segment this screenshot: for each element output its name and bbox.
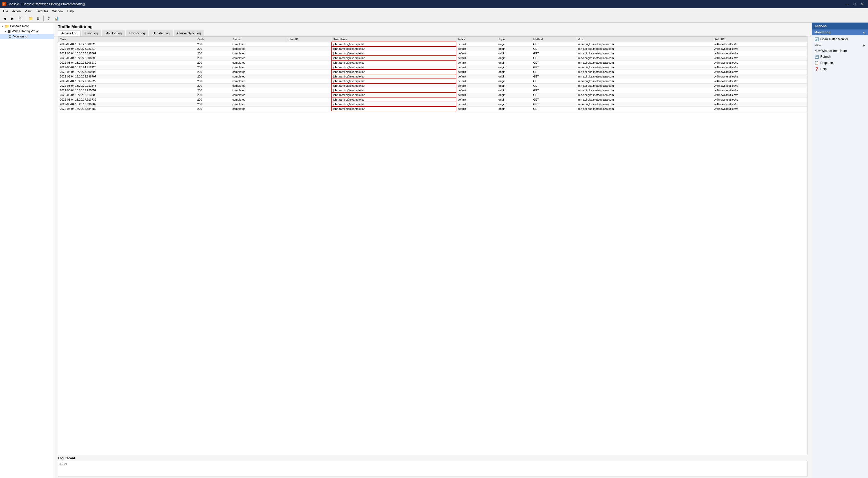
table-row[interactable]: 2022-03-04 13:20:24.912126200completedjo… <box>59 65 807 69</box>
action-label: New Window from Here <box>814 49 847 53</box>
forward-button[interactable]: ▶ <box>9 15 16 22</box>
cell-status: completed <box>231 88 287 93</box>
actions-header: Actions <box>812 23 868 30</box>
cell-url: /v4/nowcast/tiles/ra <box>713 47 807 51</box>
sidebar-item-label: Monitoring <box>13 35 27 38</box>
back-button[interactable]: ◀ <box>1 15 8 22</box>
col-code[interactable]: Code <box>196 37 231 42</box>
action-help[interactable]: ❓ Help <box>812 66 868 72</box>
cell-userip <box>287 56 331 60</box>
table-row[interactable]: 2022-03-04 13:20:27.895587200completedjo… <box>59 51 807 56</box>
cell-url: /v4/nowcast/tiles/ra <box>713 93 807 97</box>
cell-code: 200 <box>196 93 231 97</box>
cell-style: origin <box>497 107 532 111</box>
menu-action[interactable]: Action <box>10 9 23 13</box>
maximize-button[interactable]: □ <box>851 1 858 7</box>
col-style[interactable]: Style <box>497 37 532 42</box>
expand-icon: ▼ <box>1 25 4 28</box>
menu-favorites[interactable]: Favorites <box>34 9 50 13</box>
action-new-window[interactable]: New Window from Here <box>812 48 868 54</box>
cell-host: imn-api-gke.meteoplaza.com <box>576 83 713 88</box>
table-row[interactable]: 2022-03-04 13:20:23.900398200completedjo… <box>59 69 807 74</box>
cell-policy: default <box>456 74 497 79</box>
table-row[interactable]: 2022-03-04 13:20:25.908239200completedjo… <box>59 60 807 65</box>
table-row[interactable]: 2022-03-04 13:20:28.923414200completedjo… <box>59 47 807 51</box>
tab-updater-log[interactable]: Updater Log <box>149 30 173 36</box>
sidebar-item-monitoring[interactable]: ⏱ Monitoring <box>0 34 54 39</box>
tab-access-log[interactable]: Access Log <box>58 30 81 36</box>
sidebar-item-web-filtering-proxy[interactable]: ▼ ⊞ Web Filtering Proxy <box>0 29 54 34</box>
cell-url: /v4/nowcast/tiles/ra <box>713 56 807 60</box>
col-host[interactable]: Host <box>576 37 713 42</box>
help-button[interactable]: ? <box>45 15 52 22</box>
stop-button[interactable]: ✕ <box>17 15 24 22</box>
folder-button[interactable]: 📁 <box>27 15 34 22</box>
action-refresh[interactable]: 🔄 Refresh <box>812 54 868 60</box>
cell-userip <box>287 93 331 97</box>
cell-username: john.rambo@example.lan <box>331 65 456 69</box>
sidebar-item-label: Web Filtering Proxy <box>12 30 38 33</box>
cell-method: GET <box>532 83 576 88</box>
col-userip[interactable]: User IP <box>287 37 331 42</box>
menu-view[interactable]: View <box>23 9 34 13</box>
table-row[interactable]: 2022-03-04 13:20:20.911548200completedjo… <box>59 83 807 88</box>
table-row[interactable]: 2022-03-04 13:20:16.890262200completedjo… <box>59 102 807 107</box>
tab-cluster-sync-log[interactable]: Cluster Sync Log <box>174 30 204 36</box>
table-row[interactable]: 2022-03-04 13:20:26.908399200completedjo… <box>59 56 807 60</box>
console-button[interactable]: 🖥 <box>35 15 42 22</box>
cell-username: john.rambo@example.lan <box>331 79 456 83</box>
table-row[interactable]: 2022-03-04 13:20:19.925057200completedjo… <box>59 88 807 93</box>
actions-panel: Actions Monitoring ▲ 🔄 Open Traffic Moni… <box>812 23 868 478</box>
col-status[interactable]: Status <box>231 37 287 42</box>
cell-username: john.rambo@example.lan <box>331 107 456 111</box>
traffic-monitor-icon: 🔄 <box>814 37 819 41</box>
col-time[interactable]: Time <box>59 37 196 42</box>
table-row[interactable]: 2022-03-04 13:20:18.913300200completedjo… <box>59 93 807 97</box>
traffic-table: Time Code Status User IP User Name Polic… <box>58 37 807 111</box>
actions-list: 🔄 Open Traffic Monitor View ▶ New Window… <box>812 35 868 73</box>
sidebar-item-console-root[interactable]: ▼ 📁 Console Root <box>0 24 54 29</box>
table-row[interactable]: 2022-03-04 13:20:21.907022200completedjo… <box>59 79 807 83</box>
cell-username: john.rambo@example.lan <box>331 42 456 47</box>
col-policy[interactable]: Policy <box>456 37 497 42</box>
monitor-button[interactable]: 📊 <box>53 15 60 22</box>
cell-method: GET <box>532 79 576 83</box>
tab-history-log[interactable]: History Log <box>126 30 148 36</box>
cell-method: GET <box>532 102 576 107</box>
table-row[interactable]: 2022-03-04 13:20:15.884480200completedjo… <box>59 107 807 111</box>
cell-policy: default <box>456 51 497 56</box>
tab-monitor-log[interactable]: Monitor Log <box>102 30 125 36</box>
cell-policy: default <box>456 65 497 69</box>
table-row[interactable]: 2022-03-04 13:20:22.898707200completedjo… <box>59 74 807 79</box>
properties-icon: 📋 <box>814 61 819 65</box>
col-username[interactable]: User Name <box>331 37 456 42</box>
action-view-label: View <box>814 43 821 47</box>
col-method[interactable]: Method <box>532 37 576 42</box>
table-row[interactable]: 2022-03-04 13:20:17.913732200completedjo… <box>59 97 807 102</box>
title-bar-text: Console - [Console Root\Web Filtering Pr… <box>8 2 85 6</box>
cell-style: origin <box>497 102 532 107</box>
tab-error-log[interactable]: Error Log <box>82 30 101 36</box>
content-area: Traffic Monitoring Access Log Error Log … <box>54 23 812 478</box>
menu-help[interactable]: Help <box>65 9 76 13</box>
cell-url: /v4/nowcast/tiles/ra <box>713 79 807 83</box>
col-fullurl[interactable]: Full URL <box>713 37 807 42</box>
close-button[interactable]: ✕ <box>859 1 866 7</box>
menu-file[interactable]: File <box>1 9 10 13</box>
cell-style: origin <box>497 60 532 65</box>
cell-time: 2022-03-04 13:20:22.898707 <box>59 74 196 79</box>
traffic-table-container[interactable]: Time Code Status User IP User Name Polic… <box>58 36 807 455</box>
menu-window[interactable]: Window <box>50 9 65 13</box>
cell-style: origin <box>497 74 532 79</box>
cell-method: GET <box>532 97 576 102</box>
action-view[interactable]: View ▶ <box>812 42 868 48</box>
cell-method: GET <box>532 56 576 60</box>
table-row[interactable]: 2022-03-04 13:20:29.902620200completedjo… <box>59 42 807 47</box>
minimize-button[interactable]: ─ <box>843 1 850 7</box>
cell-host: imn-api-gke.meteoplaza.com <box>576 56 713 60</box>
cell-url: /v4/nowcast/tiles/ra <box>713 69 807 74</box>
action-open-traffic-monitor[interactable]: 🔄 Open Traffic Monitor <box>812 36 868 42</box>
cell-status: completed <box>231 51 287 56</box>
action-properties[interactable]: 📋 Properties <box>812 60 868 66</box>
cell-policy: default <box>456 97 497 102</box>
